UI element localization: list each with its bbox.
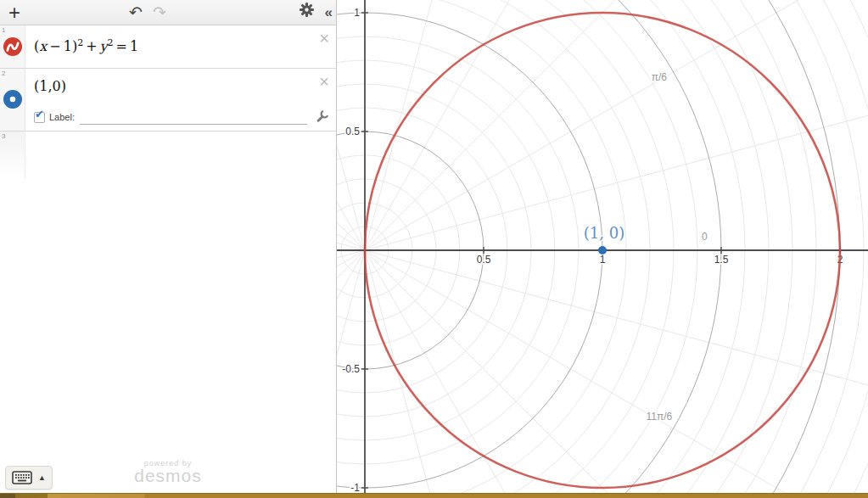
expression-gutter-3: 3 [0,131,25,179]
y-tick-label: 0.5 [345,126,360,137]
expression-toolbar: + ↶ ↷ [0,0,336,25]
undo-icon[interactable]: ↶ [129,1,143,25]
caret-up-icon: ▲ [38,473,46,482]
angle-label: π/6 [652,71,668,83]
curve-style-icon[interactable] [3,37,22,56]
y-tick-label: 1 [354,7,360,19]
add-expression-button[interactable]: + [0,1,29,25]
keyboard-toggle-button[interactable]: ▲ [5,466,53,490]
wrench-icon[interactable] [316,109,330,123]
delete-expression-icon[interactable]: × [319,74,329,89]
plotted-point[interactable] [598,246,607,255]
expression-row-3[interactable]: 3 [0,131,336,179]
collapse-panel-icon[interactable]: « [325,1,331,25]
x-tick-label: 1 [600,254,606,266]
label-checkbox-text: Label: [49,112,75,122]
expression-index: 2 [2,70,5,77]
redo-icon[interactable]: ↷ [153,1,166,25]
label-input[interactable] [80,111,307,125]
expression-row-2[interactable]: 2 (1,0) × ✔ Label: [0,69,336,131]
expression-content-2[interactable]: (1,0) × ✔ Label: [25,69,336,131]
angle-label: 11π/6 [646,411,672,422]
polar-graph-canvas[interactable]: 0.511.5210.5-0.5-1π/6011π/6(1, 0) [337,0,868,498]
settings-gear-icon[interactable] [300,1,314,25]
toolbar-right-group: « [300,0,331,25]
desmos-app: + ↶ ↷ [0,0,868,498]
y-tick-label: -1 [350,482,360,494]
expression-index: 3 [2,132,5,140]
expression-gutter-2: 2 [0,69,25,131]
checkmark-icon: ✔ [35,108,44,120]
desmos-wordmark: desmos [134,466,202,485]
point-style-icon[interactable] [3,90,22,109]
angle-label: 0 [702,231,708,243]
equation-text: (x−1)2+y2=1 [34,37,138,54]
point-label: (1, 0) [584,224,624,242]
label-option-row: ✔ Label: [34,106,336,125]
expression-row-1[interactable]: 1 (x−1)2+y2=1 × [0,25,336,69]
expression-content-1[interactable]: (x−1)2+y2=1 × [25,25,336,68]
delete-expression-icon[interactable]: × [319,31,329,46]
expression-panel: + ↶ ↷ [0,0,337,498]
undo-redo-group: ↶ ↷ [129,0,166,25]
y-tick-label: -0.5 [342,363,360,375]
graph-paper[interactable]: 0.511.5210.5-0.5-1π/6011π/6(1, 0) [337,0,868,498]
system-bottom-bar [0,493,868,498]
x-tick-label: 0.5 [477,254,491,266]
label-checkbox[interactable]: ✔ [34,112,45,123]
expression-gutter-1: 1 [0,25,25,68]
point-expression-text: (1,0) [34,78,66,94]
expression-index: 1 [2,26,5,34]
keyboard-icon [12,471,32,484]
x-tick-label: 1.5 [714,254,729,266]
